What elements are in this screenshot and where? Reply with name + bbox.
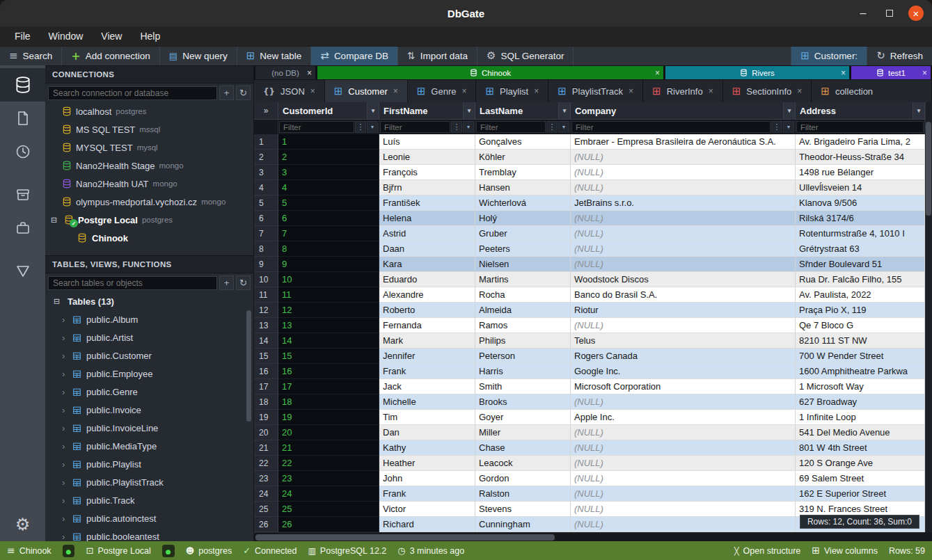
connection-item[interactable]: localhost postgres xyxy=(45,102,253,120)
row-number[interactable]: 5 xyxy=(254,195,278,211)
column-header[interactable]: CustomerId xyxy=(278,102,379,120)
refresh-tables-button[interactable] xyxy=(236,275,251,290)
column-header[interactable]: LastName xyxy=(475,102,571,120)
cell-company[interactable]: Telus xyxy=(571,333,796,349)
row-number[interactable]: 20 xyxy=(254,425,278,440)
rail-connections-button[interactable] xyxy=(0,68,45,102)
row-number[interactable]: 26 xyxy=(254,517,278,532)
rail-plugins-button[interactable] xyxy=(0,211,45,245)
cell-company[interactable]: Google Inc. xyxy=(571,364,796,379)
close-tab-icon[interactable] xyxy=(461,86,466,96)
close-tab-icon[interactable] xyxy=(709,86,713,96)
tab[interactable]: PlaylistTrack xyxy=(548,80,643,102)
cell-company[interactable]: (NULL) xyxy=(571,211,796,226)
cell-address[interactable]: 1600 Amphitheatre Parkwa xyxy=(796,364,925,379)
cell-lastname[interactable]: Philips xyxy=(475,333,571,349)
chevron-right-icon[interactable] xyxy=(62,423,68,433)
cell-lastname[interactable]: Hansen xyxy=(475,180,571,195)
row-number[interactable]: 2 xyxy=(254,150,278,165)
filter-funnel-icon[interactable] xyxy=(558,121,569,133)
close-tab-icon[interactable] xyxy=(629,86,633,96)
cell-firstname[interactable]: Fernanda xyxy=(379,318,475,333)
close-button[interactable] xyxy=(908,6,924,21)
cell-lastname[interactable]: Peterson xyxy=(475,349,571,364)
menu-item[interactable]: View xyxy=(92,28,131,45)
cell-company[interactable]: (NULL) xyxy=(571,226,796,241)
cell-company[interactable]: Banco do Brasil S.A. xyxy=(571,287,796,303)
cell-company[interactable]: (NULL) xyxy=(571,150,796,165)
cell-address[interactable]: 700 W Pender Street xyxy=(796,349,925,364)
cell-firstname[interactable]: Luís xyxy=(379,134,475,150)
row-number[interactable]: 22 xyxy=(254,456,278,471)
toolbar-button[interactable]: Search xyxy=(0,47,62,65)
chevron-right-icon[interactable] xyxy=(62,477,68,488)
scrollbar-thumb[interactable] xyxy=(246,310,251,422)
chevron-right-icon[interactable] xyxy=(62,459,68,470)
filter-input[interactable] xyxy=(571,121,771,133)
cell-company[interactable]: (NULL) xyxy=(571,257,796,272)
cell-firstname[interactable]: Helena xyxy=(379,211,475,226)
cell-address[interactable]: 541 Del Medio Avenue xyxy=(796,425,925,440)
close-tab-icon[interactable] xyxy=(393,86,398,96)
cell-firstname[interactable]: Alexandre xyxy=(379,287,475,303)
database-tab[interactable]: test1 xyxy=(851,66,931,79)
cell-address[interactable]: Qe 7 Bloco G xyxy=(796,318,925,333)
cell-firstname[interactable]: Kathy xyxy=(379,440,475,456)
row-number[interactable]: 18 xyxy=(254,394,278,410)
connections-search-input[interactable] xyxy=(48,86,217,100)
close-tab-icon[interactable] xyxy=(307,68,312,78)
cell-customerid[interactable]: 1 xyxy=(278,134,379,150)
cell-firstname[interactable]: Victor xyxy=(379,502,475,517)
close-tab-icon[interactable] xyxy=(797,86,802,96)
database-tab[interactable]: Rivers xyxy=(665,66,849,79)
cell-lastname[interactable]: Brooks xyxy=(475,394,571,410)
cell-lastname[interactable]: Gonçalves xyxy=(475,134,571,150)
column-header[interactable]: Address xyxy=(796,102,925,120)
cell-company[interactable]: (NULL) xyxy=(571,440,796,456)
cell-firstname[interactable]: Roberto xyxy=(379,303,475,318)
connection-item[interactable]: Nano2Health UAT mongo xyxy=(45,175,253,193)
cell-address[interactable]: Sřnder Boulevard 51 xyxy=(796,257,925,272)
cell-address[interactable]: Praça Pio X, 119 xyxy=(796,303,925,318)
cell-firstname[interactable]: Frank xyxy=(379,486,475,502)
cell-lastname[interactable]: Goyer xyxy=(475,410,571,425)
cell-company[interactable]: Riotur xyxy=(571,303,796,318)
tab[interactable]: RiverInfo xyxy=(643,80,723,102)
tab[interactable]: Genre xyxy=(408,80,477,102)
toolbar-button[interactable]: SQL Generator xyxy=(477,47,574,65)
cell-customerid[interactable]: 6 xyxy=(278,211,379,226)
rail-history-button[interactable] xyxy=(0,135,45,168)
cell-customerid[interactable]: 25 xyxy=(278,502,379,517)
database-tab[interactable]: (no DB) xyxy=(255,66,315,79)
row-number[interactable]: 16 xyxy=(254,364,278,379)
menu-item[interactable]: Window xyxy=(40,28,93,45)
table-list-item[interactable]: public.Genre xyxy=(45,383,253,401)
chevron-right-icon[interactable] xyxy=(62,314,68,325)
tables-search-input[interactable] xyxy=(48,276,217,290)
cell-customerid[interactable]: 14 xyxy=(278,333,379,349)
toolbar-button[interactable]: Compare DB xyxy=(311,47,398,65)
tables-group-row[interactable]: Tables (13) xyxy=(45,292,253,310)
cell-address[interactable]: 162 E Superior Street xyxy=(796,486,925,502)
chevron-right-icon[interactable] xyxy=(62,513,68,524)
cell-lastname[interactable]: Smith xyxy=(475,379,571,394)
cell-lastname[interactable]: Nielsen xyxy=(475,257,571,272)
filter-funnel-icon[interactable] xyxy=(367,121,378,133)
row-number[interactable]: 21 xyxy=(254,440,278,456)
row-number[interactable]: 19 xyxy=(254,410,278,425)
tab[interactable]: JSON xyxy=(254,80,325,102)
chevron-right-icon[interactable] xyxy=(62,405,68,415)
filter-menu-icon[interactable] xyxy=(451,121,462,133)
filter-menu-icon[interactable] xyxy=(355,121,366,133)
filter-menu-icon[interactable] xyxy=(546,121,558,133)
table-list-item[interactable]: public.MediaType xyxy=(45,437,253,455)
cell-company[interactable]: JetBrains s.r.o. xyxy=(571,195,796,211)
cell-company[interactable]: (NULL) xyxy=(571,502,796,517)
cell-customerid[interactable]: 15 xyxy=(278,349,379,364)
cell-company[interactable]: (NULL) xyxy=(571,425,796,440)
tab[interactable]: Playlist xyxy=(476,80,548,102)
cell-firstname[interactable]: Jack xyxy=(379,379,475,394)
toolbar-button[interactable]: Refresh xyxy=(867,47,932,65)
cell-company[interactable]: (NULL) xyxy=(571,517,796,532)
cell-customerid[interactable]: 24 xyxy=(278,486,379,502)
